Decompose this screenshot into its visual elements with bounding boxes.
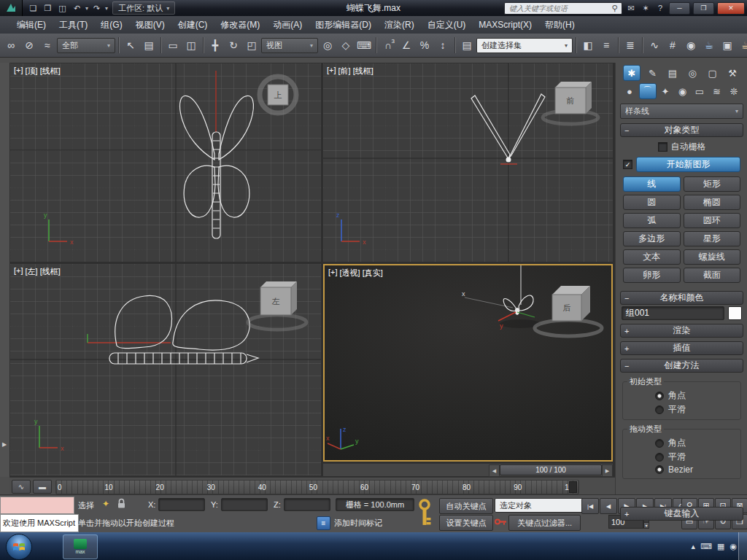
start-button[interactable] [6, 534, 32, 560]
viewport-pov-label[interactable]: [透视] [340, 268, 360, 279]
3dsmax-taskbar-button[interactable]: max [63, 534, 98, 559]
menu-tools[interactable]: 工具(T) [53, 16, 94, 34]
initial-type-corner-radio[interactable]: 角点 [627, 388, 736, 402]
volume-icon[interactable]: ◉ [729, 542, 737, 551]
set-key-button[interactable]: 设置关键点 [439, 515, 493, 531]
rollout-name-color[interactable]: − 名称和颜色 [620, 291, 743, 305]
communication-center-icon[interactable]: ✉ [625, 4, 637, 13]
menu-customize[interactable]: 自定义(U) [421, 16, 473, 34]
favorites-icon[interactable]: ✶ [640, 4, 651, 13]
search-input[interactable] [508, 4, 608, 13]
minimize-button[interactable]: ─ [669, 2, 690, 15]
snap-toggle-3d-icon[interactable]: ∩3 [379, 36, 397, 54]
menu-maxscript[interactable]: MAXScript(X) [472, 16, 538, 34]
shape-button-text[interactable]: 文本 [623, 249, 681, 265]
x-coordinate-field[interactable] [158, 498, 205, 511]
drag-type-bezier-radio[interactable]: Bezier [627, 463, 736, 475]
tab-modify-icon[interactable]: ✎ [644, 66, 660, 80]
reference-coordinate-combo[interactable]: 视图 ▾ [261, 38, 318, 53]
checkbox-box[interactable] [658, 142, 667, 152]
unlink-selection-icon[interactable]: ⊘ [20, 36, 38, 54]
start-new-shape-checkbox[interactable]: ✓ [623, 160, 632, 169]
tab-motion-icon[interactable]: ◎ [684, 66, 700, 80]
prompt-history-icon[interactable]: ≡ [317, 516, 330, 530]
shape-button-star[interactable]: 星形 [684, 231, 741, 246]
viewcube[interactable]: 前 [543, 82, 598, 124]
menu-create[interactable]: 创建(C) [171, 16, 214, 34]
radio-dot[interactable] [655, 465, 664, 474]
layer-manager-icon[interactable]: ≣ [622, 36, 639, 54]
category-helpers-icon[interactable]: ▭ [692, 84, 708, 98]
menu-group[interactable]: 组(G) [94, 16, 128, 34]
viewport-front-canvas[interactable]: 前 z x [323, 63, 613, 262]
undo-caret-icon[interactable]: ▾ [85, 5, 88, 12]
menu-views[interactable]: 视图(V) [129, 16, 171, 34]
shape-button-circle[interactable]: 圆 [623, 195, 681, 210]
spin-down-icon[interactable]: ▾ [643, 522, 649, 529]
tab-utilities-icon[interactable]: ⚒ [724, 66, 740, 80]
shape-button-rectangle[interactable]: 矩形 [684, 176, 741, 192]
viewport-pov-label[interactable]: [顶] [26, 66, 38, 77]
align-icon[interactable]: ≡ [597, 36, 615, 54]
named-selection-set-combo[interactable]: 创建选择集 ▾ [476, 38, 573, 53]
track-selection-range-icon[interactable]: ▬ [33, 480, 52, 494]
mirror-icon[interactable]: ◧ [579, 36, 597, 54]
infocenter-search[interactable]: ⚲ [504, 2, 622, 15]
select-and-manipulate-icon[interactable]: ◇ [337, 36, 355, 54]
search-icon[interactable]: ⚲ [611, 4, 619, 13]
shape-button-arc[interactable]: 弧 [623, 213, 681, 228]
angle-snap-icon[interactable]: ∠ [398, 36, 415, 54]
close-button[interactable]: ✕ [717, 2, 745, 15]
percent-snap-icon[interactable]: % [416, 36, 433, 54]
shape-button-section[interactable]: 截面 [684, 268, 741, 283]
viewport-menu-button[interactable]: [+] [14, 266, 23, 277]
add-time-tag[interactable]: 添加时间标记 [334, 518, 382, 529]
viewcube[interactable]: 左 [248, 281, 306, 330]
render-setup-icon[interactable]: ☕ [700, 36, 718, 54]
redo-caret-icon[interactable]: ▾ [105, 5, 108, 12]
redo-icon[interactable]: ↷ [90, 2, 103, 14]
select-object-icon[interactable]: ↖ [122, 36, 139, 54]
tab-hierarchy-icon[interactable]: ▤ [665, 66, 681, 80]
rollout-rendering[interactable]: + 渲染 [620, 324, 743, 338]
shape-button-ellipse[interactable]: 椭圆 [684, 195, 741, 210]
previous-frame-arrow[interactable]: ◀ [489, 464, 500, 477]
viewport-shading-label[interactable]: [线框] [40, 266, 61, 277]
rectangular-selection-region-icon[interactable]: ▭ [164, 36, 182, 54]
maxscript-mini-listener[interactable]: 欢迎使用 MAXScript [0, 514, 79, 532]
maximize-button[interactable]: ❐ [693, 2, 714, 15]
viewport-pov-label[interactable]: [左] [26, 266, 38, 277]
menu-help[interactable]: 帮助(H) [538, 16, 581, 34]
category-systems-icon[interactable]: ❊ [726, 84, 742, 98]
bind-to-space-warp-icon[interactable]: ≈ [39, 36, 56, 54]
menu-edit[interactable]: 编辑(E) [10, 16, 53, 34]
menu-rendering[interactable]: 渲染(R) [378, 16, 421, 34]
go-to-start-icon[interactable]: |◀ [581, 498, 599, 514]
set-keys-big-key-icon[interactable] [414, 498, 435, 530]
viewport-shading-label[interactable]: [真实] [363, 268, 383, 279]
viewport-front[interactable]: 前 z x [+] [前] [线框] [323, 63, 613, 262]
radio-dot[interactable] [655, 392, 664, 400]
drag-type-smooth-radio[interactable]: 平滑 [627, 449, 736, 463]
viewport-shading-label[interactable]: [线框] [353, 66, 374, 77]
time-slider-track[interactable]: ◀ 100 / 100 ▶ [323, 463, 613, 476]
rollout-object-type[interactable]: − 对象类型 [620, 123, 743, 137]
initial-type-smooth-radio[interactable]: 平滑 [627, 402, 736, 416]
viewcube[interactable]: 后 [535, 286, 602, 336]
app-logo-icon[interactable] [0, 0, 23, 16]
category-lights-icon[interactable]: ✦ [657, 84, 673, 98]
show-hidden-icons-button[interactable]: ▴ [692, 542, 696, 551]
menu-modifiers[interactable]: 修改器(M) [214, 16, 266, 34]
autogrid-checkbox[interactable]: 自动栅格 [622, 141, 742, 153]
selection-filter-dropdown[interactable]: 选定对象 ▾ [495, 498, 589, 513]
selection-filter-combo[interactable]: 全部 ▾ [57, 38, 115, 53]
select-and-scale-icon[interactable]: ◰ [243, 36, 260, 54]
schematic-view-icon[interactable]: # [664, 36, 681, 54]
keyboard-shortcut-override-icon[interactable]: ⌨ [355, 36, 373, 54]
y-coordinate-field[interactable] [221, 498, 268, 511]
rollout-creation-method[interactable]: − 创建方法 [620, 359, 743, 373]
previous-frame-icon[interactable]: ◀ [600, 498, 617, 514]
select-by-name-icon[interactable]: ▤ [140, 36, 158, 54]
select-and-move-icon[interactable]: ╋ [206, 36, 224, 54]
shape-button-donut[interactable]: 圆环 [684, 213, 741, 228]
